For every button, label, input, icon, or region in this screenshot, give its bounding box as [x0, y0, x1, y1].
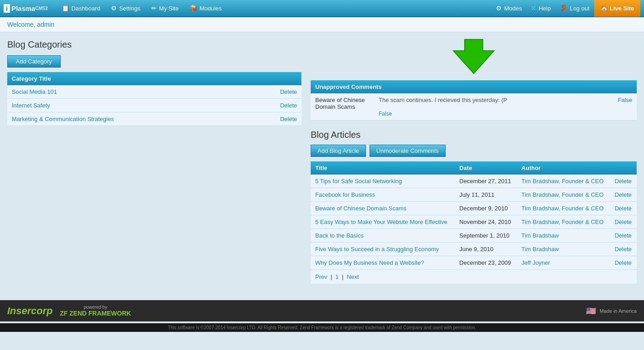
table-row: Back to the Basics September 1, 2010 Tim… — [311, 229, 637, 243]
live-site-button[interactable]: 🏠 Live Site — [594, 0, 640, 17]
logo-cms2: CMS2 — [35, 6, 48, 11]
logo: i Plasma CMS2 — [4, 4, 48, 13]
table-row: Beware of Chinese Domain Scams The scam … — [311, 93, 637, 121]
blog-articles-section: Blog Articles Add Blog Article Unmoderat… — [311, 130, 637, 284]
articles-title-header: Title — [311, 161, 455, 175]
nav-settings[interactable]: ⚙ Settings — [106, 0, 146, 17]
logo-plasma: Plasma — [11, 5, 35, 12]
article-date: July 11, 2011 — [455, 188, 517, 202]
nav-modules-label: Modules — [199, 5, 221, 12]
article-date: December 23, 2009 — [455, 256, 517, 270]
article-title[interactable]: Five Ways to Succeed in a Struggling Eco… — [311, 243, 455, 256]
article-delete-button[interactable]: Delete — [610, 188, 637, 202]
add-category-button[interactable]: Add Category — [7, 55, 61, 68]
dashboard-icon: 📋 — [62, 5, 69, 12]
unapproved-header: Unapproved Comments — [311, 80, 637, 93]
article-author: Tim Bradshaw, Founder & CEO — [517, 202, 610, 215]
articles-date-header: Date — [455, 161, 517, 175]
articles-table: Title Date Author 5 Tips for Safe Social… — [311, 161, 637, 270]
article-date: November 24, 2010 — [455, 215, 517, 229]
article-title[interactable]: Why Does My Business Need a Website? — [311, 256, 455, 270]
nav-mysite[interactable]: ✏ My Site — [146, 0, 184, 17]
article-delete-button[interactable]: Delete — [610, 175, 637, 188]
article-author: Tim Bradshaw — [517, 243, 610, 256]
modules-icon: 📦 — [189, 5, 197, 12]
unapproved-table: Beware of Chinese Domain Scams The scam … — [311, 93, 637, 121]
pagination: Prev | 1 | Next — [311, 270, 637, 284]
article-delete-button[interactable]: Delete — [610, 202, 637, 215]
article-author: Tim Bradshaw, Founder & CEO — [517, 175, 610, 188]
main-content: Blog Categories Add Category Category Ti… — [0, 32, 644, 291]
add-blog-article-button[interactable]: Add Blog Article — [311, 145, 366, 157]
comment-action[interactable]: False — [599, 93, 637, 121]
table-row: Social Media 101 Delete — [7, 85, 302, 99]
svg-marker-0 — [453, 39, 494, 73]
powered-by-label: powered by — [84, 305, 107, 310]
flag-icon: 🇺🇸 — [586, 306, 596, 316]
category-delete-button[interactable]: Delete — [245, 99, 302, 112]
footer: Insercorp powered by ZF ZEND FRAMEWORK 🇺… — [0, 300, 644, 321]
false-link[interactable]: False — [379, 111, 392, 117]
article-delete-button[interactable]: Delete — [610, 215, 637, 229]
table-row: Why Does My Business Need a Website? Dec… — [311, 256, 637, 270]
article-title[interactable]: Facebook for Business — [311, 188, 455, 202]
footer-copyright: This software is ©2007-2014 Insercorp LT… — [0, 323, 644, 332]
nav-settings-label: Settings — [119, 5, 140, 12]
comment-text: The scam continues. I recieved this yest… — [374, 93, 599, 121]
table-row: Facebook for Business July 11, 2011 Tim … — [311, 188, 637, 202]
nav-help-label: Help — [538, 5, 551, 12]
made-in-label: Made in America — [600, 308, 637, 314]
article-author: Tim Bradshaw, Founder & CEO — [517, 215, 610, 229]
article-date: December 9, 2010 — [455, 202, 517, 215]
articles-delete-header — [610, 161, 637, 175]
pagination-current[interactable]: 1 — [336, 273, 339, 280]
article-title[interactable]: 5 Tips for Safe Social Networking — [311, 175, 455, 188]
article-title[interactable]: Back to the Basics — [311, 229, 455, 243]
blog-buttons: Add Blog Article Unmoderate Comments — [311, 145, 637, 157]
arrow-icon — [451, 35, 496, 76]
live-site-label: Live Site — [610, 5, 634, 12]
article-delete-button[interactable]: Delete — [610, 256, 637, 270]
logo-i: i — [4, 4, 10, 13]
table-row: 5 Tips for Safe Social Networking Decemb… — [311, 175, 637, 188]
nav-modules[interactable]: 📦 Modules — [184, 0, 227, 17]
article-title[interactable]: 5 Easy Ways to Make Your Website More Ef… — [311, 215, 455, 229]
article-author: Tim Bradshaw, Founder & CEO — [517, 188, 610, 202]
article-delete-button[interactable]: Delete — [610, 243, 637, 256]
article-date: December 27, 2011 — [455, 175, 517, 188]
welcome-text: Welcome, admin — [7, 21, 54, 28]
logout-icon: 🚪 — [560, 5, 567, 12]
blog-articles-title: Blog Articles — [311, 130, 637, 140]
zend-logo: ZF ZEND FRAMEWORK — [60, 310, 131, 317]
pagination-prev[interactable]: Prev — [315, 273, 327, 280]
mysite-icon: ✏ — [151, 5, 157, 12]
nav-modes[interactable]: ⚙ Modes — [491, 0, 526, 17]
page-title: Blog Categories — [7, 39, 302, 50]
category-title-cell[interactable]: Marketing & Communication Strategies — [7, 112, 245, 126]
footer-right: 🇺🇸 Made in America — [586, 306, 637, 316]
nav-dashboard-label: Dashboard — [72, 5, 101, 12]
left-panel: Blog Categories Add Category Category Ti… — [7, 39, 302, 284]
settings-icon: ⚙ — [111, 5, 117, 12]
pagination-next[interactable]: Next — [347, 273, 359, 280]
nav-dashboard[interactable]: 📋 Dashboard — [56, 0, 106, 17]
unapproved-section: Unapproved Comments Beware of Chinese Do… — [311, 80, 637, 121]
article-date: September 1, 2010 — [455, 229, 517, 243]
insercorp-logo: Insercorp — [7, 305, 53, 317]
table-row: Five Ways to Succeed in a Struggling Eco… — [311, 243, 637, 256]
category-title-cell[interactable]: Social Media 101 — [7, 85, 245, 99]
category-delete-button[interactable]: Delete — [245, 112, 302, 126]
powered-by: powered by ZF ZEND FRAMEWORK — [60, 305, 131, 317]
nav-help[interactable]: ⁙ Help — [526, 0, 555, 17]
table-row: 5 Easy Ways to Make Your Website More Ef… — [311, 215, 637, 229]
article-title[interactable]: Beware of Chinese Domain Scams — [311, 202, 455, 215]
unmoderate-comments-button[interactable]: Unmoderate Comments — [370, 145, 446, 157]
category-delete-button[interactable]: Delete — [245, 85, 302, 99]
article-delete-button[interactable]: Delete — [610, 229, 637, 243]
nav-logout-label: Log out — [570, 5, 589, 12]
sub-header: Welcome, admin — [0, 17, 644, 32]
table-row: Beware of Chinese Domain Scams December … — [311, 202, 637, 215]
article-date: June 9, 2010 — [455, 243, 517, 256]
nav-logout[interactable]: 🚪 Log out — [555, 0, 594, 17]
category-title-cell[interactable]: Internet Safety — [7, 99, 245, 112]
